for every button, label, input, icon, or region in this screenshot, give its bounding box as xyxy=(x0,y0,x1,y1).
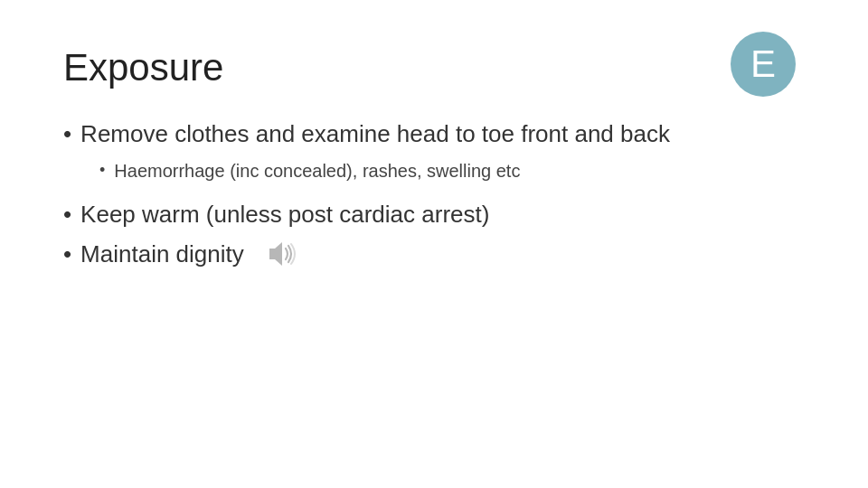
badge: E xyxy=(731,32,796,97)
speaker-icon[interactable] xyxy=(266,239,298,268)
bullet-dot-1: • xyxy=(63,117,71,150)
sub-bullet-1-text: Haemorrhage (inc concealed), rashes, swe… xyxy=(114,158,520,183)
bullet-1-text: Remove clothes and examine head to toe f… xyxy=(80,117,670,150)
bullet-1-sub-1: • Haemorrhage (inc concealed), rashes, s… xyxy=(99,158,805,183)
slide: E Exposure • Remove clothes and examine … xyxy=(0,0,868,488)
slide-content: • Remove clothes and examine head to toe… xyxy=(63,117,805,270)
svg-marker-0 xyxy=(269,242,282,266)
bullet-2-text: Keep warm (unless post cardiac arrest) xyxy=(80,198,489,230)
bullet-dot-3: • xyxy=(63,238,71,270)
bullet-2: • Keep warm (unless post cardiac arrest) xyxy=(63,198,805,230)
sub-bullet-dot-1: • xyxy=(99,158,105,183)
bullet-dot-2: • xyxy=(63,198,71,230)
bullet-3-text: Maintain dignity xyxy=(80,238,244,270)
bullet-3: • Maintain dignity xyxy=(63,238,805,270)
bullet-1: • Remove clothes and examine head to toe… xyxy=(63,117,805,150)
slide-title: Exposure xyxy=(63,45,805,90)
badge-letter: E xyxy=(750,45,776,83)
bullet-3-row: Maintain dignity xyxy=(80,238,298,270)
